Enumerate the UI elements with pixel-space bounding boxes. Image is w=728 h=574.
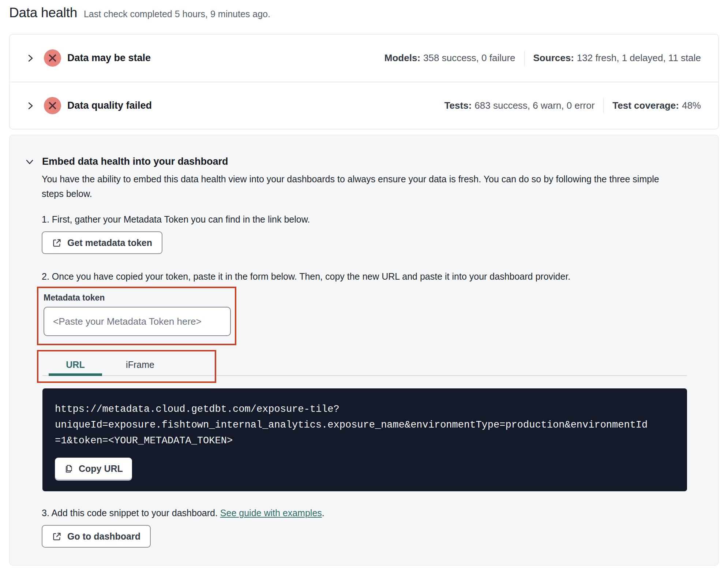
step-2-text: 2. Once you have copied your token, past…	[42, 271, 718, 282]
output-tabs-row: URL iFrame	[10, 350, 718, 383]
step-3-text: 3. Add this code snippet to your dashboa…	[42, 508, 718, 518]
sources-stat-value: 132 fresh, 1 delayed, 11 stale	[577, 52, 701, 63]
tab-url[interactable]: URL	[49, 351, 102, 381]
embed-url-line: =1&token=<YOUR_METADATA_TOKEN>	[55, 433, 672, 449]
test-coverage-stat: Test coverage:48%	[612, 100, 701, 111]
copy-icon	[64, 464, 74, 473]
step-3-text-before: 3. Add this code snippet to your dashboa…	[42, 508, 220, 518]
tests-stat: Tests:683 success, 6 warn, 0 error	[444, 100, 595, 111]
get-metadata-token-button[interactable]: Get metadata token	[42, 231, 162, 254]
chevron-right-icon	[26, 101, 35, 110]
error-status-icon	[44, 97, 61, 114]
status-card: Data may be stale Models:358 success, 0 …	[9, 34, 719, 129]
error-status-icon	[44, 49, 61, 67]
embed-section-title: Embed data health into your dashboard	[42, 156, 228, 167]
tests-stat-value: 683 success, 6 warn, 0 error	[474, 100, 594, 111]
tab-iframe-label: iFrame	[126, 359, 154, 370]
embed-url-line: https://metadata.cloud.getdbt.com/exposu…	[55, 402, 672, 417]
metadata-token-label: Metadata token	[44, 293, 235, 303]
page-header: Data health Last check completed 5 hours…	[9, 5, 719, 20]
models-stat-value: 358 success, 0 failure	[423, 52, 515, 63]
copy-url-label: Copy URL	[79, 463, 123, 474]
metadata-token-annotation-box: Metadata token	[37, 287, 236, 345]
status-row-data-stale[interactable]: Data may be stale Models:358 success, 0 …	[10, 34, 718, 82]
embed-description: You have the ability to embed this data …	[42, 172, 678, 201]
status-row-title: Data quality failed	[67, 100, 152, 111]
external-link-icon	[52, 238, 62, 248]
see-guide-link[interactable]: See guide with examples	[220, 508, 322, 518]
copy-url-button[interactable]: Copy URL	[55, 458, 132, 480]
stats-divider	[524, 51, 525, 66]
external-link-icon	[52, 532, 62, 541]
test-coverage-stat-label: Test coverage:	[612, 100, 679, 111]
chevron-right-icon	[26, 54, 35, 63]
status-row-title: Data may be stale	[67, 52, 151, 64]
step-3-text-after: .	[322, 508, 324, 518]
embed-url-line: uniqueId=exposure.fishtown_internal_anal…	[55, 417, 672, 433]
data-health-page: Data health Last check completed 5 hours…	[0, 0, 728, 574]
models-stat-label: Models:	[384, 52, 420, 63]
sources-stat-label: Sources:	[533, 52, 574, 63]
get-metadata-token-label: Get metadata token	[67, 238, 152, 248]
tab-url-label: URL	[66, 359, 85, 370]
embed-section: Embed data health into your dashboard Yo…	[9, 135, 719, 566]
embed-url-code-block: https://metadata.cloud.getdbt.com/exposu…	[42, 388, 687, 491]
go-to-dashboard-label: Go to dashboard	[67, 531, 140, 542]
metadata-token-input[interactable]	[44, 307, 231, 336]
step-1-text: 1. First, gather your Metadata Token you…	[42, 214, 718, 225]
tabs-annotation-box: URL iFrame	[37, 350, 216, 383]
status-row-stats: Tests:683 success, 6 warn, 0 error Test …	[444, 98, 701, 113]
go-to-dashboard-button[interactable]: Go to dashboard	[42, 525, 151, 548]
test-coverage-stat-value: 48%	[682, 100, 701, 111]
last-check-status: Last check completed 5 hours, 9 minutes …	[84, 9, 270, 19]
stats-divider	[603, 98, 604, 113]
embed-section-toggle[interactable]: Embed data health into your dashboard	[25, 156, 718, 167]
status-row-data-quality[interactable]: Data quality failed Tests:683 success, 6…	[10, 82, 718, 129]
chevron-down-icon	[25, 157, 34, 166]
models-stat: Models:358 success, 0 failure	[384, 52, 515, 64]
active-tab-underline	[49, 373, 102, 376]
page-title: Data health	[9, 5, 77, 20]
status-row-stats: Models:358 success, 0 failure Sources:13…	[384, 51, 701, 66]
sources-stat: Sources:132 fresh, 1 delayed, 11 stale	[533, 52, 701, 64]
tab-iframe[interactable]: iFrame	[107, 351, 173, 381]
tests-stat-label: Tests:	[444, 100, 472, 111]
